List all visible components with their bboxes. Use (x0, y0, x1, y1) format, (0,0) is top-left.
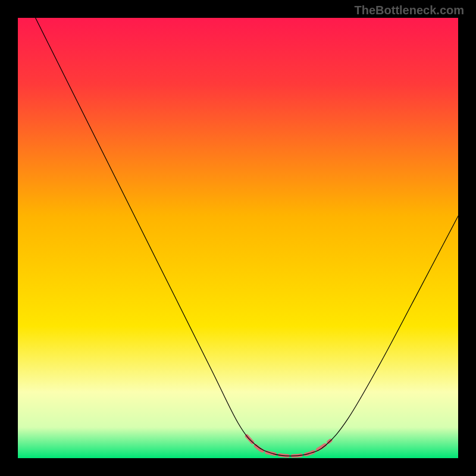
chart-svg (18, 18, 458, 458)
chart-plot (18, 18, 458, 458)
gradient-background (18, 18, 458, 458)
watermark-text: TheBottleneck.com (355, 4, 464, 17)
